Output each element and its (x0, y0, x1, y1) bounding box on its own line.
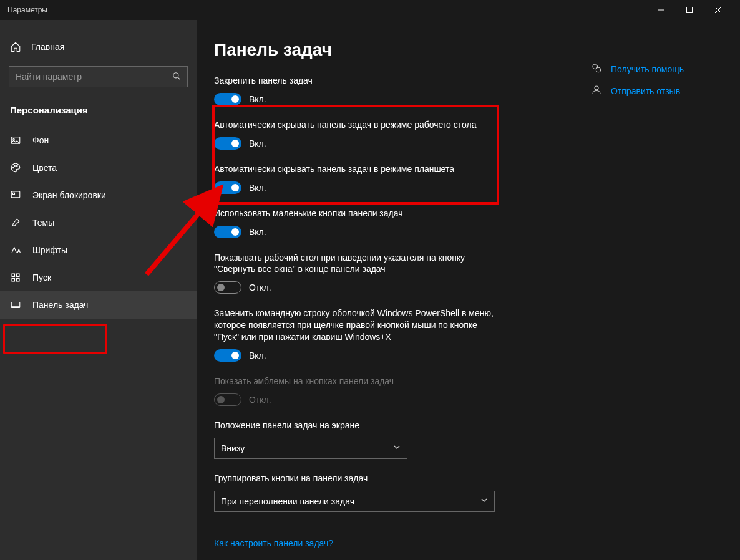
setting-autohide-desktop: Автоматически скрывать панель задач в ре… (214, 119, 501, 150)
sidebar-item-themes[interactable]: Темы (0, 209, 197, 236)
help-icon (591, 62, 602, 75)
close-button[interactable] (704, 0, 733, 20)
font-icon (10, 244, 21, 256)
setting-peek-desktop: Показывать рабочий стол при наведении ук… (214, 252, 501, 294)
sidebar-item-label: Панель задач (32, 300, 88, 310)
setting-powershell: Заменить командную строку оболочкой Wind… (214, 307, 501, 362)
setting-label: Автоматически скрывать панель задач в ре… (214, 163, 501, 175)
sidebar-item-label: Шрифты (32, 245, 67, 255)
svg-point-4 (173, 72, 178, 77)
get-help-link[interactable]: Получить помощь (591, 62, 684, 75)
dropdown-position[interactable]: Внизу (214, 438, 407, 459)
toggle-autohide-tablet[interactable] (214, 181, 241, 194)
toggle-state: Откл. (249, 282, 271, 292)
svg-rect-16 (17, 279, 20, 282)
search-box[interactable] (9, 66, 188, 87)
link-label: Получить помощь (611, 64, 684, 74)
setting-label: Показывать рабочий стол при наведении ук… (214, 252, 501, 276)
svg-point-21 (595, 86, 598, 90)
svg-rect-15 (12, 279, 15, 282)
setting-label: Автоматически скрывать панель задач в ре… (214, 119, 501, 131)
titlebar: Параметры (0, 0, 740, 20)
palette-icon (10, 162, 21, 173)
chevron-down-icon (480, 496, 488, 506)
search-icon (172, 72, 181, 82)
toggle-autohide-desktop[interactable] (214, 137, 241, 150)
svg-rect-17 (11, 302, 20, 308)
svg-rect-14 (17, 274, 20, 277)
sidebar: Главная Персонализация Фон Цвета Экран б… (0, 20, 197, 560)
svg-point-9 (14, 165, 16, 167)
help-link[interactable]: Как настроить панели задач? (214, 538, 333, 548)
svg-point-10 (17, 165, 18, 167)
sidebar-item-colors[interactable]: Цвета (0, 154, 197, 181)
svg-point-20 (596, 67, 601, 72)
toggle-state: Вкл. (249, 138, 266, 148)
section-label: Персонализация (0, 100, 197, 127)
brush-icon (10, 217, 21, 228)
toggle-state: Откл. (249, 395, 271, 405)
sidebar-item-taskbar[interactable]: Панель задач (0, 291, 197, 319)
sidebar-item-fonts[interactable]: Шрифты (0, 236, 197, 264)
sidebar-item-label: Цвета (32, 163, 57, 173)
main-content: Панель задач Закрепить панель задач Вкл.… (197, 20, 740, 560)
setting-label: Закрепить панель задач (214, 75, 501, 87)
svg-rect-1 (687, 7, 693, 13)
sidebar-item-label: Темы (32, 218, 54, 228)
window-title: Параметры (7, 6, 646, 14)
setting-label: Группировать кнопки на панели задач (214, 473, 501, 485)
toggle-small-buttons[interactable] (214, 226, 241, 238)
toggle-powershell[interactable] (214, 349, 241, 362)
setting-small-buttons: Использовать маленькие кнопки панели зад… (214, 208, 501, 238)
sidebar-item-start[interactable]: Пуск (0, 264, 197, 291)
taskbar-icon (10, 299, 21, 311)
setting-label: Положение панели задач на экране (214, 420, 501, 432)
monitor-icon (10, 190, 21, 201)
page-title: Панель задач (214, 40, 740, 60)
toggle-badges (214, 393, 241, 406)
toggle-state: Вкл. (249, 94, 266, 104)
search-input[interactable] (16, 72, 172, 82)
feedback-icon (591, 84, 602, 97)
feedback-link[interactable]: Отправить отзыв (591, 84, 684, 97)
home-icon (10, 41, 21, 52)
sidebar-item-lockscreen[interactable]: Экран блокировки (0, 181, 197, 209)
svg-rect-13 (12, 274, 15, 277)
svg-line-5 (178, 77, 180, 79)
grid-icon (10, 272, 21, 283)
toggle-lock-taskbar[interactable] (214, 93, 241, 105)
setting-label: Заменить командную строку оболочкой Wind… (214, 307, 501, 343)
chevron-down-icon (393, 443, 401, 453)
setting-position: Положение панели задач на экране Внизу (214, 420, 501, 459)
sidebar-item-label: Экран блокировки (32, 190, 106, 200)
svg-rect-12 (13, 193, 15, 194)
right-links: Получить помощь Отправить отзыв (591, 62, 684, 97)
home-link[interactable]: Главная (0, 35, 197, 59)
maximize-button[interactable] (675, 0, 704, 20)
dropdown-value: Внизу (221, 443, 245, 453)
sidebar-item-label: Пуск (32, 273, 51, 282)
dropdown-value: При переполнении панели задач (221, 496, 354, 506)
toggle-state: Вкл. (249, 350, 266, 360)
toggle-state: Вкл. (249, 227, 266, 237)
window-controls (646, 0, 733, 20)
sidebar-item-background[interactable]: Фон (0, 127, 197, 154)
annotation-highlight-sidebar (3, 324, 107, 354)
setting-group-buttons: Группировать кнопки на панели задач При … (214, 473, 501, 512)
toggle-peek-desktop[interactable] (214, 281, 241, 294)
link-label: Отправить отзыв (611, 86, 680, 96)
minimize-button[interactable] (646, 0, 675, 20)
setting-lock-taskbar: Закрепить панель задач Вкл. (214, 75, 501, 105)
picture-icon (10, 135, 21, 146)
svg-point-8 (13, 167, 14, 168)
dropdown-group[interactable]: При переполнении панели задач (214, 491, 495, 512)
toggle-state: Вкл. (249, 183, 266, 193)
setting-label: Использовать маленькие кнопки панели зад… (214, 208, 501, 220)
setting-autohide-tablet: Автоматически скрывать панель задач в ре… (214, 163, 501, 194)
sidebar-item-label: Фон (32, 135, 49, 145)
home-label: Главная (31, 42, 64, 52)
setting-badges: Показать эмблемы на кнопках панели задач… (214, 375, 501, 406)
setting-label: Показать эмблемы на кнопках панели задач (214, 375, 501, 387)
